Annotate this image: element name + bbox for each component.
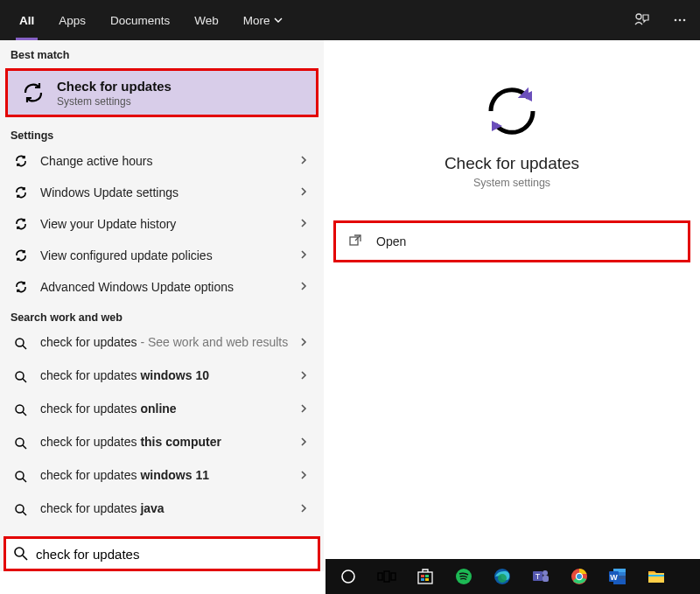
- settings-item-label: View your Update history: [40, 217, 299, 231]
- chevron-right-icon: [299, 216, 313, 232]
- svg-point-10: [15, 548, 24, 556]
- web-search-label: check for updates - See work and web res…: [40, 335, 299, 349]
- refresh-icon: [12, 247, 30, 264]
- tab-web[interactable]: Web: [182, 0, 231, 40]
- taskbar-teams-icon[interactable]: T: [523, 559, 558, 594]
- svg-point-8: [16, 472, 24, 479]
- tab-all[interactable]: All: [7, 0, 46, 40]
- chevron-right-icon: [299, 153, 313, 169]
- chevron-right-icon: [299, 501, 313, 517]
- taskbar-explorer-icon[interactable]: [639, 559, 674, 594]
- refresh-icon: [12, 278, 30, 296]
- svg-rect-30: [542, 576, 549, 582]
- svg-rect-14: [350, 237, 358, 245]
- search-icon: [12, 501, 30, 519]
- settings-item[interactable]: Windows Update settings: [0, 177, 324, 208]
- svg-point-26: [498, 574, 507, 583]
- refresh-icon: [12, 152, 30, 170]
- search-icon: [12, 435, 30, 452]
- web-search-label: check for updates online: [40, 402, 299, 416]
- web-search-item[interactable]: check for updates this computer: [0, 427, 324, 460]
- svg-point-2: [679, 19, 682, 22]
- refresh-icon: [18, 78, 48, 108]
- search-input[interactable]: [36, 547, 311, 562]
- preview-subtitle: System settings: [473, 177, 550, 189]
- tab-more[interactable]: More: [231, 0, 295, 40]
- web-search-label: check for updates windows 11: [40, 468, 299, 482]
- svg-point-7: [16, 438, 24, 446]
- open-button[interactable]: Open: [333, 220, 690, 262]
- taskbar-store-icon[interactable]: [408, 559, 443, 594]
- web-search-item[interactable]: check for updates - See work and web res…: [0, 327, 324, 360]
- search-icon: [12, 368, 30, 386]
- search-filter-tabs: All Apps Documents Web More: [0, 0, 700, 40]
- svg-text:W: W: [610, 573, 618, 582]
- taskbar-chrome-icon[interactable]: [562, 559, 597, 594]
- chevron-right-icon: [299, 335, 313, 351]
- web-search-item[interactable]: check for updates java: [0, 493, 324, 527]
- web-search-label: check for updates this computer: [40, 435, 299, 449]
- preview-pane: Check for updates System settings Open: [324, 40, 700, 571]
- svg-point-6: [16, 405, 24, 413]
- svg-text:T: T: [536, 572, 541, 581]
- chevron-right-icon: [299, 279, 313, 295]
- more-options-icon[interactable]: [667, 7, 693, 33]
- svg-point-0: [636, 14, 641, 19]
- svg-rect-23: [425, 578, 429, 581]
- preview-title: Check for updates: [444, 154, 579, 173]
- settings-item[interactable]: View configured update policies: [0, 240, 324, 271]
- settings-item-label: Windows Update settings: [40, 185, 299, 199]
- best-match-header: Best match: [0, 40, 324, 65]
- tab-documents[interactable]: Documents: [98, 0, 182, 40]
- svg-point-5: [16, 372, 24, 380]
- taskbar-cortana-icon[interactable]: [331, 559, 366, 594]
- search-icon: [13, 546, 29, 562]
- feedback-icon[interactable]: [628, 7, 654, 33]
- best-match-title: Check for updates: [57, 79, 172, 94]
- taskbar-edge-icon[interactable]: [485, 559, 520, 594]
- chevron-right-icon: [299, 468, 313, 484]
- web-search-item[interactable]: check for updates windows 10: [0, 360, 324, 394]
- refresh-icon: [12, 184, 30, 201]
- web-search-item[interactable]: check for updates windows 11: [0, 460, 324, 493]
- svg-rect-20: [421, 575, 424, 577]
- settings-item[interactable]: Change active hours: [0, 145, 324, 177]
- svg-point-15: [342, 570, 354, 583]
- search-icon: [12, 335, 30, 353]
- taskbar-word-icon[interactable]: W: [600, 559, 635, 594]
- svg-point-1: [675, 19, 677, 22]
- settings-item[interactable]: Advanced Windows Update options: [0, 271, 324, 303]
- chevron-right-icon: [299, 435, 313, 451]
- settings-item-label: Advanced Windows Update options: [40, 280, 299, 294]
- taskbar-taskview-icon[interactable]: [369, 559, 404, 594]
- settings-item[interactable]: View your Update history: [0, 208, 324, 240]
- taskbar-spotify-icon[interactable]: [446, 559, 481, 594]
- taskbar: T W: [326, 559, 700, 594]
- svg-rect-17: [384, 571, 389, 582]
- results-pane: Best match Check for updates System sett…: [0, 40, 324, 571]
- best-match-result[interactable]: Check for updates System settings: [5, 68, 318, 117]
- refresh-large-icon: [480, 79, 544, 143]
- svg-rect-41: [648, 575, 664, 577]
- web-search-label: check for updates windows 10: [40, 368, 299, 382]
- open-label: Open: [376, 234, 406, 248]
- svg-rect-19: [418, 572, 432, 584]
- search-icon: [12, 468, 30, 486]
- settings-header: Settings: [0, 121, 324, 145]
- tab-apps[interactable]: Apps: [46, 0, 98, 40]
- svg-rect-18: [391, 573, 396, 580]
- svg-point-3: [683, 19, 686, 22]
- web-search-header: Search work and web: [0, 303, 324, 327]
- web-search-label: check for updates java: [40, 501, 299, 515]
- svg-rect-16: [378, 573, 382, 580]
- search-box[interactable]: [4, 536, 320, 571]
- svg-point-9: [16, 505, 24, 513]
- web-search-item[interactable]: check for updates online: [0, 394, 324, 427]
- settings-item-label: View configured update policies: [40, 248, 299, 262]
- chevron-down-icon: [274, 16, 283, 24]
- svg-point-4: [16, 339, 24, 346]
- svg-rect-21: [425, 575, 429, 577]
- svg-rect-22: [421, 578, 424, 581]
- svg-rect-40: [648, 573, 664, 583]
- svg-point-29: [542, 570, 548, 576]
